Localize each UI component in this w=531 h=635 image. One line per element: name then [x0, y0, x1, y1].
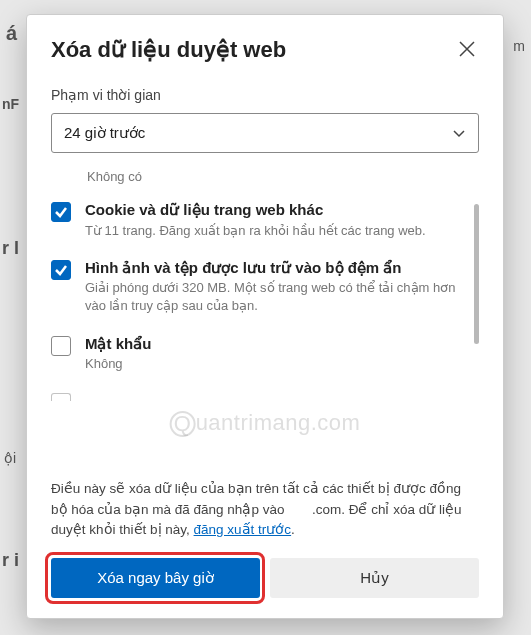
sign-out-first-link[interactable]: đăng xuất trước [194, 522, 292, 537]
bg-text: m [513, 38, 525, 54]
time-range-select[interactable]: 24 giờ trước [51, 113, 479, 153]
option-desc: Không [85, 355, 461, 373]
time-range-value: 24 giờ trước [64, 124, 145, 142]
options-list: Cookie và dữ liệu trang web khác Từ 11 t… [51, 200, 479, 401]
checkbox-partial[interactable] [51, 393, 71, 401]
dialog-header: Xóa dữ liệu duyệt web [51, 37, 479, 63]
checkbox-cache[interactable] [51, 260, 71, 280]
chevron-down-icon [452, 126, 466, 140]
bg-text: á [6, 22, 17, 45]
time-range-label: Phạm vi thời gian [51, 87, 479, 103]
option-desc: Giải phóng dưới 320 MB. Một số trang web… [85, 279, 461, 315]
option-title: Cookie và dữ liệu trang web khác [85, 200, 461, 220]
history-none-text: Không có [87, 169, 479, 184]
option-partial [51, 391, 461, 401]
option-cookies: Cookie và dữ liệu trang web khác Từ 11 t… [51, 200, 461, 240]
close-button[interactable] [455, 37, 479, 61]
bg-text: r i [2, 550, 19, 571]
check-icon [54, 263, 68, 277]
dialog-buttons: Xóa ngay bây giờ Hủy [51, 558, 479, 598]
bg-text: r l [2, 238, 19, 259]
checkbox-cookies[interactable] [51, 202, 71, 222]
clear-browsing-data-dialog: Xóa dữ liệu duyệt web Phạm vi thời gian … [26, 14, 504, 619]
close-icon [459, 41, 475, 57]
option-desc: Từ 11 trang. Đăng xuất bạn ra khỏi hầu h… [85, 222, 461, 240]
option-title: Hình ảnh và tệp được lưu trữ vào bộ đệm … [85, 258, 461, 278]
checkbox-passwords[interactable] [51, 336, 71, 356]
option-cache: Hình ảnh và tệp được lưu trữ vào bộ đệm … [51, 258, 461, 316]
clear-now-button[interactable]: Xóa ngay bây giờ [51, 558, 260, 598]
dialog-title: Xóa dữ liệu duyệt web [51, 37, 286, 63]
check-icon [54, 205, 68, 219]
scrollbar[interactable] [474, 204, 479, 344]
bg-text: ội [4, 450, 16, 466]
option-title: Mật khẩu [85, 334, 461, 354]
cancel-button[interactable]: Hủy [270, 558, 479, 598]
options-list-wrap: Cookie và dữ liệu trang web khác Từ 11 t… [51, 200, 479, 475]
footer-text: Điều này sẽ xóa dữ liệu của bạn trên tất… [51, 479, 479, 540]
bg-text: nF [2, 96, 19, 112]
option-passwords: Mật khẩu Không [51, 334, 461, 374]
